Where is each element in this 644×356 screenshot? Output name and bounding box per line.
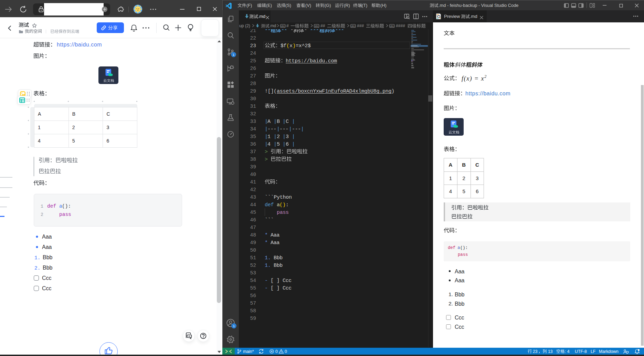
svg-text:####: #### bbox=[396, 23, 405, 28]
svg-text::: : bbox=[286, 202, 289, 208]
svg-text:abc: abc bbox=[390, 25, 394, 27]
svg-text:51: 51 bbox=[250, 255, 256, 261]
svg-text:A: A bbox=[267, 119, 274, 125]
svg-text:|: | bbox=[274, 119, 277, 125]
svg-text:1: 1 bbox=[267, 134, 274, 140]
svg-text:C: C bbox=[286, 119, 292, 125]
svg-text:32: 32 bbox=[250, 111, 256, 117]
svg-text:|: | bbox=[265, 134, 268, 140]
svg-text:22: 22 bbox=[250, 35, 256, 41]
svg-text:**: ** bbox=[281, 29, 287, 34]
svg-text:29: 29 bbox=[250, 88, 256, 94]
svg-text:Ccc: Ccc bbox=[455, 324, 464, 329]
svg-text:https://baidu.com: https://baidu.com bbox=[465, 90, 510, 96]
svg-text:|: | bbox=[289, 126, 292, 132]
svg-text:**: ** bbox=[265, 29, 271, 34]
svg-text:38: 38 bbox=[250, 157, 256, 162]
svg-text:30: 30 bbox=[250, 96, 256, 102]
svg-text:33: 33 bbox=[250, 119, 256, 124]
svg-text:55: 55 bbox=[250, 285, 256, 291]
svg-text:(: ( bbox=[286, 43, 289, 49]
svg-text:2.: 2. bbox=[448, 301, 453, 306]
svg-text:|: | bbox=[283, 142, 286, 147]
svg-text:#: # bbox=[286, 23, 289, 28]
svg-text:up (2): up (2) bbox=[239, 23, 250, 28]
svg-text:.md: .md bbox=[470, 14, 477, 19]
svg-text:---: --- bbox=[267, 126, 276, 132]
svg-text:25: 25 bbox=[250, 58, 256, 64]
svg-text:*: * bbox=[265, 232, 271, 238]
svg-text:(H): (H) bbox=[380, 3, 387, 8]
svg-text:43: 43 bbox=[250, 195, 256, 200]
svg-text:```Python: ```Python bbox=[265, 195, 292, 200]
svg-text:Bbb: Bbb bbox=[43, 254, 53, 260]
svg-text:(T): (T) bbox=[362, 3, 367, 8]
svg-text:35: 35 bbox=[250, 134, 256, 139]
svg-text:main*: main* bbox=[243, 349, 254, 354]
svg-text:Aaa: Aaa bbox=[455, 278, 465, 283]
svg-text:39: 39 bbox=[250, 164, 256, 170]
svg-text:(G): (G) bbox=[325, 3, 331, 8]
svg-text:1.: 1. bbox=[34, 255, 40, 260]
svg-text:[ ]: [ ] bbox=[271, 285, 283, 291]
svg-text:45: 45 bbox=[250, 210, 256, 215]
svg-text:---: --- bbox=[279, 126, 288, 132]
svg-text:|: | bbox=[265, 142, 268, 147]
svg-text:a: a bbox=[277, 202, 280, 208]
svg-text:![](: ![]( bbox=[265, 88, 277, 94]
svg-text:pass: pass bbox=[59, 212, 71, 217]
svg-text:23: 23 bbox=[250, 43, 256, 49]
svg-text:*: * bbox=[265, 240, 271, 246]
svg-text:|: | bbox=[274, 134, 277, 140]
svg-text:58: 58 bbox=[250, 308, 256, 314]
svg-text:UTF-8: UTF-8 bbox=[575, 349, 587, 354]
svg-text:x: x bbox=[289, 43, 293, 49]
svg-text:|: | bbox=[274, 142, 277, 147]
svg-text:Bbb: Bbb bbox=[455, 291, 465, 297]
svg-text:56: 56 bbox=[250, 293, 256, 299]
svg-text:>: > bbox=[265, 149, 271, 155]
svg-text:|: | bbox=[283, 134, 286, 140]
svg-text:|: | bbox=[283, 119, 286, 125]
svg-text:(: ( bbox=[279, 202, 283, 208]
svg-text:Aaa: Aaa bbox=[271, 232, 279, 238]
svg-text:2.: 2. bbox=[34, 265, 40, 271]
svg-text:.md: .md bbox=[269, 23, 276, 28]
svg-text:37: 37 bbox=[250, 149, 256, 155]
svg-text:##: ## bbox=[320, 23, 325, 28]
svg-text:54: 54 bbox=[250, 278, 256, 283]
svg-text:34: 34 bbox=[250, 126, 256, 132]
svg-text:*: * bbox=[304, 29, 307, 34]
svg-text:|: | bbox=[292, 142, 295, 147]
svg-text:>: > bbox=[265, 157, 271, 163]
svg-text:Ccc: Ccc bbox=[283, 285, 292, 291]
svg-text:Aaa: Aaa bbox=[42, 234, 52, 240]
svg-text:27: 27 bbox=[250, 73, 256, 79]
svg-text:Ccc: Ccc bbox=[42, 285, 52, 291]
svg-text:Aaa: Aaa bbox=[271, 240, 279, 246]
svg-text:: 4: : 4 bbox=[565, 349, 570, 354]
svg-text:42: 42 bbox=[250, 187, 256, 192]
svg-text:21: 21 bbox=[250, 29, 256, 33]
svg-text:():: (): bbox=[460, 245, 468, 250]
svg-text:53: 53 bbox=[250, 270, 256, 276]
svg-text:***: *** bbox=[310, 29, 319, 34]
svg-text:41: 41 bbox=[250, 179, 256, 185]
svg-text:24: 24 bbox=[250, 51, 256, 56]
svg-text:def: def bbox=[47, 203, 56, 209]
svg-text:|: | bbox=[277, 126, 280, 132]
svg-text:(V): (V) bbox=[305, 3, 311, 8]
svg-text:Bbb: Bbb bbox=[43, 265, 53, 271]
svg-text:```: ``` bbox=[265, 217, 274, 223]
svg-text:|: | bbox=[292, 119, 295, 125]
svg-text:2: 2 bbox=[277, 134, 283, 140]
svg-text:23: 23 bbox=[533, 349, 538, 354]
svg-text:|: | bbox=[265, 126, 268, 132]
svg-text:Aaa: Aaa bbox=[455, 268, 465, 274]
svg-text:abc: abc bbox=[281, 25, 285, 27]
svg-text:(R): (R) bbox=[344, 3, 350, 8]
svg-text:|: | bbox=[301, 126, 304, 132]
svg-text:13: 13 bbox=[548, 349, 553, 354]
svg-text:2: 2 bbox=[41, 212, 43, 217]
svg-text:---: --- bbox=[292, 126, 301, 132]
